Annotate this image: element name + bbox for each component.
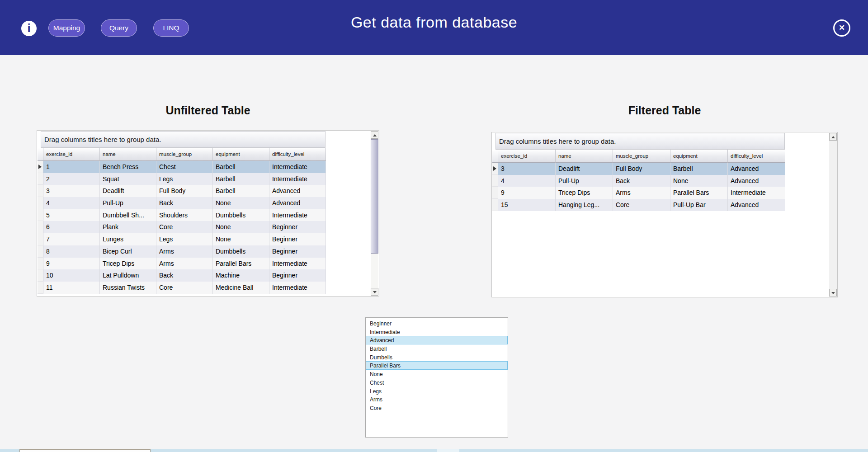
table-cell[interactable]: None: [213, 197, 269, 209]
table-cell[interactable]: Intermediate: [269, 282, 326, 294]
table-row[interactable]: 6PlankCoreNoneBeginner: [38, 221, 326, 233]
table-cell[interactable]: Bicep Curl: [100, 245, 156, 258]
table-cell[interactable]: Intermediate: [269, 258, 326, 270]
row-header[interactable]: [492, 175, 498, 187]
table-cell[interactable]: Tricep Dips: [556, 187, 613, 199]
column-header-name[interactable]: name: [100, 148, 156, 161]
table-cell[interactable]: 3: [498, 163, 556, 175]
scroll-down-button[interactable]: [829, 289, 837, 297]
table-cell[interactable]: 10: [43, 269, 100, 282]
table-cell[interactable]: Parallel Bars: [213, 258, 269, 270]
table-cell[interactable]: Legs: [156, 173, 213, 185]
background-window-edge[interactable]: [19, 449, 151, 452]
table-cell[interactable]: Beginner: [269, 233, 326, 245]
scroll-up-button[interactable]: [829, 133, 837, 141]
table-cell[interactable]: Arms: [613, 187, 670, 199]
table-cell[interactable]: Advanced: [728, 175, 785, 187]
row-header[interactable]: [38, 161, 43, 173]
table-cell[interactable]: Barbell: [670, 163, 728, 175]
table-cell[interactable]: Beginner: [269, 221, 326, 233]
list-item[interactable]: Beginner: [366, 319, 508, 328]
table-cell[interactable]: 2: [43, 173, 100, 185]
table-cell[interactable]: Shoulders: [156, 209, 213, 221]
group-drop-area[interactable]: Drag columns titles here to group data.: [41, 131, 326, 148]
table-cell[interactable]: Full Body: [613, 163, 670, 175]
row-header[interactable]: [38, 245, 43, 258]
table-cell[interactable]: 5: [43, 209, 100, 221]
table-cell[interactable]: Arms: [156, 245, 213, 258]
table-cell[interactable]: Back: [613, 175, 670, 187]
table-cell[interactable]: Hanging Leg...: [556, 199, 613, 211]
scrollbar-thumb[interactable]: [371, 139, 378, 254]
table-cell[interactable]: Pull-Up Bar: [670, 199, 728, 211]
table-cell[interactable]: Dumbbells: [213, 245, 269, 258]
table-cell[interactable]: 4: [498, 175, 556, 187]
table-cell[interactable]: Russian Twists: [100, 282, 156, 294]
table-cell[interactable]: 3: [43, 185, 100, 197]
column-header-exercise_id[interactable]: exercise_id: [498, 150, 556, 163]
table-cell[interactable]: 8: [43, 245, 100, 258]
list-item[interactable]: Legs: [366, 387, 508, 396]
table-cell[interactable]: Core: [156, 221, 213, 233]
table-cell[interactable]: Bench Press: [100, 161, 156, 173]
table-cell[interactable]: None: [213, 221, 269, 233]
row-header[interactable]: [38, 221, 43, 233]
table-cell[interactable]: Legs: [156, 233, 213, 245]
table-cell[interactable]: Intermediate: [269, 209, 326, 221]
table-cell[interactable]: Advanced: [728, 163, 785, 175]
list-item[interactable]: Advanced: [366, 336, 508, 344]
row-header[interactable]: [38, 269, 43, 282]
table-cell[interactable]: None: [213, 233, 269, 245]
table-row[interactable]: 5Dumbbell Sh...ShouldersDumbbellsInterme…: [38, 209, 326, 221]
table-cell[interactable]: Core: [613, 199, 670, 211]
list-item[interactable]: Barbell: [366, 344, 508, 353]
table-cell[interactable]: Medicine Ball: [213, 282, 269, 294]
close-icon[interactable]: ✕: [833, 19, 850, 37]
table-cell[interactable]: 6: [43, 221, 100, 233]
table-cell[interactable]: Barbell: [213, 185, 269, 197]
column-header-name[interactable]: name: [556, 150, 613, 163]
row-header[interactable]: [492, 163, 498, 175]
table-cell[interactable]: Dumbbell Sh...: [100, 209, 156, 221]
list-item[interactable]: Arms: [366, 395, 508, 404]
list-item[interactable]: Intermediate: [366, 328, 508, 336]
row-header[interactable]: [38, 173, 43, 185]
table-cell[interactable]: 9: [498, 187, 556, 199]
list-item[interactable]: Parallel Bars: [366, 361, 508, 370]
column-header-equipment[interactable]: equipment: [670, 150, 728, 163]
table-cell[interactable]: Barbell: [213, 173, 269, 185]
table-cell[interactable]: Intermediate: [269, 173, 326, 185]
table-cell[interactable]: 15: [498, 199, 556, 211]
group-drop-area[interactable]: Drag columns titles here to group data.: [495, 133, 785, 150]
row-header[interactable]: [492, 187, 498, 199]
table-cell[interactable]: Intermediate: [269, 161, 326, 173]
table-cell[interactable]: Back: [156, 269, 213, 282]
table-row[interactable]: 2SquatLegsBarbellIntermediate: [38, 173, 326, 185]
column-header-difficulty_level[interactable]: difficulty_level: [269, 148, 326, 161]
table-cell[interactable]: Back: [156, 197, 213, 209]
table-cell[interactable]: Deadlift: [100, 185, 156, 197]
column-header-muscle_group[interactable]: muscle_group: [613, 150, 670, 163]
table-row[interactable]: 7LungesLegsNoneBeginner: [38, 233, 326, 245]
table-row[interactable]: 3DeadliftFull BodyBarbellAdvanced: [492, 163, 785, 175]
table-row[interactable]: 3DeadliftFull BodyBarbellAdvanced: [38, 185, 326, 197]
row-header[interactable]: [38, 209, 43, 221]
table-cell[interactable]: 11: [43, 282, 100, 294]
scroll-up-button[interactable]: [371, 131, 378, 139]
list-item[interactable]: Dumbells: [366, 353, 508, 362]
table-row[interactable]: 11Russian TwistsCoreMedicine BallInterme…: [38, 282, 326, 294]
table-row[interactable]: 4Pull-UpBackNoneAdvanced: [38, 197, 326, 209]
table-cell[interactable]: Lat Pulldown: [100, 269, 156, 282]
table-cell[interactable]: Beginner: [269, 245, 326, 258]
scroll-down-button[interactable]: [371, 288, 378, 296]
table-row[interactable]: 15Hanging Leg...CorePull-Up BarAdvanced: [492, 199, 785, 211]
row-header[interactable]: [38, 282, 43, 294]
table-cell[interactable]: 1: [43, 161, 100, 173]
table-cell[interactable]: Beginner: [269, 269, 326, 282]
table-cell[interactable]: None: [670, 175, 728, 187]
table-row[interactable]: 10Lat PulldownBackMachineBeginner: [38, 269, 326, 282]
table-cell[interactable]: 4: [43, 197, 100, 209]
table-cell[interactable]: Deadlift: [556, 163, 613, 175]
table-cell[interactable]: Chest: [156, 161, 213, 173]
vertical-scrollbar[interactable]: [829, 133, 837, 297]
